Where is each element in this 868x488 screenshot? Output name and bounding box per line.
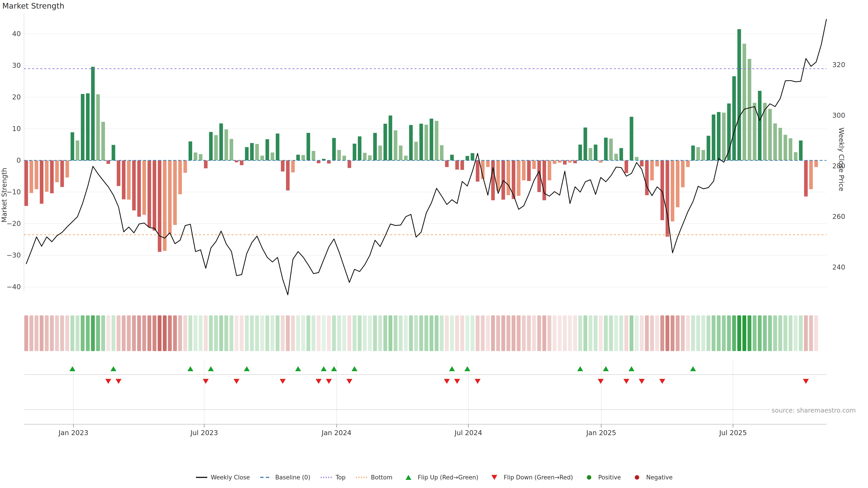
strength-bar	[553, 160, 556, 164]
legend-label: Negative	[646, 474, 673, 481]
strength-bar	[245, 147, 249, 160]
strength-bar	[81, 94, 85, 160]
strength-bar	[630, 117, 633, 160]
heatmap-cell	[50, 315, 54, 351]
strength-bar	[722, 113, 725, 160]
flip-down-marker	[234, 379, 239, 384]
strength-bar	[573, 160, 577, 163]
strength-bar	[409, 125, 413, 160]
heatmap-cell	[70, 315, 74, 351]
x-axis-tick-label: Jul 2024	[455, 429, 482, 437]
flip-up-marker	[295, 366, 301, 371]
flip-down-marker	[475, 379, 480, 384]
heatmap-cell	[747, 315, 751, 351]
strength-bar	[686, 160, 690, 167]
heatmap-cell	[286, 315, 290, 351]
heatmap-cell	[691, 315, 695, 351]
strength-bar	[178, 160, 182, 194]
heatmap-cell	[686, 315, 690, 351]
legend-item: Flip Up (Red→Green)	[402, 474, 478, 481]
strength-bar	[117, 160, 120, 186]
triangle-down-icon	[488, 474, 500, 481]
flip-up-marker	[111, 366, 116, 371]
heatmap-cell	[352, 315, 356, 351]
flip-down-marker	[598, 379, 604, 384]
flip-down-marker	[116, 379, 121, 384]
heatmap-cell	[676, 315, 680, 351]
strength-bar	[501, 160, 505, 200]
strength-bar	[450, 155, 454, 160]
strength-bar	[419, 124, 423, 160]
heatmap-cell	[29, 315, 33, 351]
strength-bar	[337, 150, 341, 160]
heatmap-cell	[332, 315, 336, 351]
heatmap-cell	[91, 315, 95, 351]
heatmap-cell	[445, 315, 449, 351]
heatmap-cell	[158, 315, 162, 351]
heatmap-cell	[219, 315, 223, 351]
x-axis-tick-label: Jul 2023	[190, 429, 218, 437]
heatmap-cell	[496, 315, 500, 351]
strength-bar	[55, 160, 59, 182]
heatmap-cell	[794, 315, 798, 351]
legend-label: Top	[336, 474, 346, 481]
strength-bar	[635, 157, 638, 160]
strength-bar	[650, 160, 654, 180]
heatmap-cell	[317, 315, 320, 351]
heatmap-cell	[707, 315, 710, 351]
heatmap-cell	[681, 315, 685, 351]
strength-bar	[276, 133, 279, 160]
strength-bar	[389, 116, 392, 160]
heatmap-cell	[96, 315, 100, 351]
flip-up-marker	[577, 366, 583, 371]
heatmap-cell	[465, 315, 469, 351]
strength-bar	[753, 103, 756, 160]
heatmap-cell	[665, 315, 669, 351]
strength-bar	[127, 160, 131, 200]
heatmap-cell	[409, 315, 413, 351]
flip-up-marker	[603, 366, 609, 371]
heatmap-cell	[188, 315, 192, 351]
strength-bar	[327, 160, 331, 164]
flip-up-marker	[351, 366, 358, 371]
legend-label: Bottom	[371, 474, 393, 481]
strength-bar	[194, 153, 197, 160]
left-axis-tick-label: −10	[1, 188, 21, 196]
heatmap-cell	[389, 315, 393, 351]
strength-bar	[312, 151, 315, 160]
heatmap-cell	[553, 315, 557, 351]
heatmap-cell	[199, 315, 203, 351]
heatmap-cell	[522, 315, 526, 351]
heatmap-cell	[40, 315, 43, 351]
strength-bar	[168, 160, 172, 234]
heatmap-cell	[486, 315, 490, 351]
legend-label: Flip Up (Red→Green)	[418, 474, 478, 481]
heatmap-cell	[789, 315, 793, 351]
flip-down-marker	[444, 379, 450, 384]
strength-bar	[445, 160, 449, 167]
heatmap-cell	[727, 315, 731, 351]
heatmap-cell	[132, 315, 136, 351]
strength-bar	[425, 125, 428, 160]
strength-bar	[563, 160, 567, 164]
heatmap-cell	[717, 315, 721, 351]
heatmap-cell	[266, 315, 269, 351]
right-axis-tick-label: 300	[832, 111, 845, 120]
strength-bar	[383, 124, 387, 160]
strength-bar	[733, 76, 736, 160]
strength-bar	[137, 160, 141, 217]
legend-item: Top	[320, 474, 346, 481]
heatmap-cell	[163, 315, 166, 351]
strength-bar	[363, 153, 367, 160]
dotted-line-icon	[320, 474, 333, 481]
heatmap-cell	[229, 315, 233, 351]
strength-bar	[583, 127, 587, 160]
heatmap-cell	[404, 315, 408, 351]
strength-bar	[527, 160, 531, 181]
strength-bar	[579, 144, 582, 160]
heatmap-cell	[629, 315, 633, 351]
heatmap-cell	[81, 315, 85, 351]
strength-bar	[188, 141, 192, 160]
triangle-up-icon	[402, 474, 414, 481]
strength-bar	[712, 115, 715, 160]
